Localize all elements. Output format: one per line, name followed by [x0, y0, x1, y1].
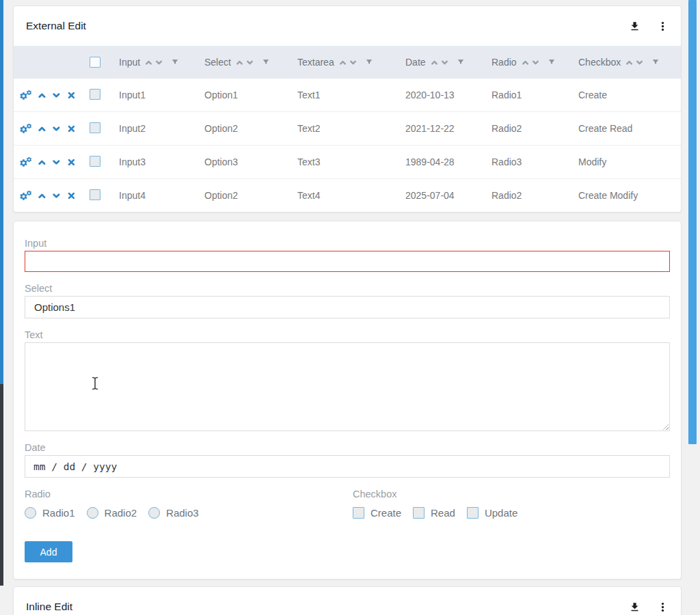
add-button[interactable]: Add [25, 541, 72, 562]
checkbox-input[interactable] [353, 507, 364, 519]
kebab-menu-icon[interactable] [657, 20, 669, 32]
kebab-menu-icon[interactable] [657, 601, 669, 613]
radio-option-label: Radio2 [105, 507, 137, 519]
filter-icon[interactable] [651, 58, 660, 66]
input-label: Input [25, 237, 670, 249]
radio-option: Radio1 [25, 507, 75, 519]
radio-option: Radio2 [87, 507, 137, 519]
select-field[interactable]: Options1 [25, 296, 670, 318]
radio-button[interactable] [148, 507, 160, 519]
delete-icon[interactable] [66, 124, 77, 134]
filter-icon[interactable] [171, 58, 179, 66]
filter-icon[interactable] [365, 58, 373, 66]
sort-desc-icon[interactable] [349, 58, 358, 67]
cell-checkbox: Create [571, 90, 681, 100]
settings-icon[interactable] [19, 156, 32, 167]
checkbox-group: Checkbox Create Read Update [353, 478, 670, 519]
move-down-icon[interactable] [51, 90, 62, 100]
settings-icon[interactable] [19, 90, 32, 100]
column-label: Textarea [297, 57, 334, 68]
date-field[interactable]: mm / dd / yyyy [25, 455, 670, 478]
cell-select: Option2 [198, 190, 291, 201]
row-checkbox[interactable] [90, 89, 100, 100]
cell-date: 1989-04-28 [399, 156, 485, 167]
move-up-icon[interactable] [37, 90, 47, 100]
radio-option-label: Radio1 [42, 507, 75, 519]
left-scrollbar-thumb[interactable] [0, 0, 3, 384]
checkbox-option-label: Read [431, 507, 455, 519]
move-up-icon[interactable] [37, 157, 47, 167]
row-select-cell [77, 189, 112, 202]
row-checkbox[interactable] [90, 122, 100, 133]
settings-icon[interactable] [19, 190, 32, 201]
sort-asc-icon[interactable] [625, 58, 634, 67]
left-scrollbar-track [0, 384, 3, 586]
radio-button[interactable] [87, 507, 98, 519]
table-header-row: Input Select Textarea Date [14, 46, 681, 79]
input-field[interactable] [25, 251, 670, 272]
sort-asc-icon[interactable] [521, 58, 530, 67]
checkbox-option: Read [413, 507, 455, 519]
radio-option: Radio3 [148, 507, 199, 519]
cell-radio: Radio2 [485, 123, 571, 134]
filter-icon[interactable] [262, 58, 270, 66]
add-record-form: Input Select Options1 Text Date mm / dd … [13, 221, 682, 579]
move-up-icon[interactable] [37, 191, 47, 201]
sort-asc-icon[interactable] [144, 58, 153, 67]
resize-handle[interactable] [661, 422, 669, 430]
checkbox-option: Create [353, 507, 401, 519]
sort-desc-icon[interactable] [154, 58, 163, 67]
move-down-icon[interactable] [51, 157, 62, 167]
delete-icon[interactable] [66, 157, 77, 167]
date-label: Date [25, 441, 670, 454]
select-all-checkbox[interactable] [90, 57, 100, 68]
column-label: Input [119, 57, 140, 68]
cell-select: Option1 [198, 90, 291, 100]
delete-icon[interactable] [66, 191, 77, 201]
column-header-input: Input [112, 57, 198, 68]
row-checkbox[interactable] [90, 189, 100, 200]
sort-desc-icon[interactable] [245, 58, 254, 67]
filter-icon[interactable] [548, 58, 556, 66]
cell-checkbox: Modify [571, 156, 681, 167]
radio-button[interactable] [25, 507, 36, 519]
cell-select: Option3 [198, 156, 291, 167]
cell-input: Input2 [112, 123, 198, 134]
row-actions [14, 156, 77, 167]
checkbox-label: Checkbox [353, 488, 670, 500]
table-row: Input1 Option1 Text1 2020-10-13 Radio1 C… [14, 79, 681, 111]
sort-asc-icon[interactable] [235, 58, 244, 67]
download-icon[interactable] [629, 20, 641, 32]
vertical-scrollbar-thumb[interactable] [688, 0, 697, 444]
radio-option-label: Radio3 [166, 507, 199, 519]
sort-desc-icon[interactable] [440, 58, 449, 67]
settings-icon[interactable] [19, 123, 32, 134]
checkbox-input[interactable] [413, 507, 425, 519]
table-row: Input2 Option2 Text2 2021-12-22 Radio2 C… [14, 111, 681, 145]
column-label: Date [405, 57, 426, 68]
delete-icon[interactable] [66, 90, 77, 100]
move-down-icon[interactable] [51, 124, 62, 134]
move-down-icon[interactable] [51, 191, 62, 201]
textarea-field[interactable] [25, 342, 670, 431]
filter-icon[interactable] [457, 58, 465, 66]
inline-edit-header: Inline Edit [14, 587, 681, 615]
table-row: Input4 Option2 Text4 2025-07-04 Radio2 C… [14, 178, 681, 212]
sort-desc-icon[interactable] [531, 58, 540, 67]
row-checkbox[interactable] [90, 156, 100, 167]
download-icon[interactable] [629, 601, 641, 613]
page-content: External Edit Input Select [13, 5, 682, 615]
column-header-date: Date [399, 57, 485, 68]
cell-radio: Radio2 [485, 190, 571, 201]
select-label: Select [25, 282, 670, 295]
move-up-icon[interactable] [37, 124, 47, 134]
cell-radio: Radio3 [485, 156, 571, 167]
checkbox-input[interactable] [467, 507, 479, 519]
sort-asc-icon[interactable] [430, 58, 439, 67]
sort-desc-icon[interactable] [635, 58, 644, 67]
column-label: Checkbox [578, 57, 621, 68]
sort-asc-icon[interactable] [338, 58, 347, 67]
row-select-cell [77, 156, 112, 169]
row-actions [14, 90, 77, 100]
cell-input: Input3 [112, 156, 198, 167]
